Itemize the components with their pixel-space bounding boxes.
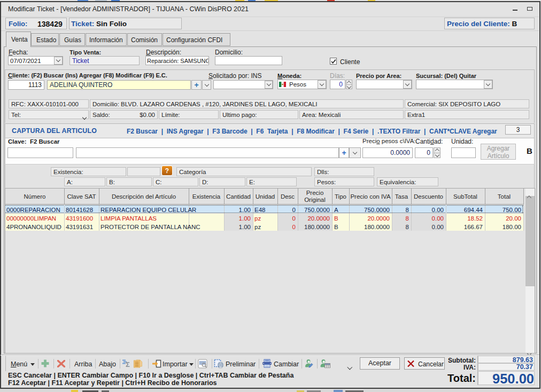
svg-text:Σ: Σ [126, 360, 130, 368]
